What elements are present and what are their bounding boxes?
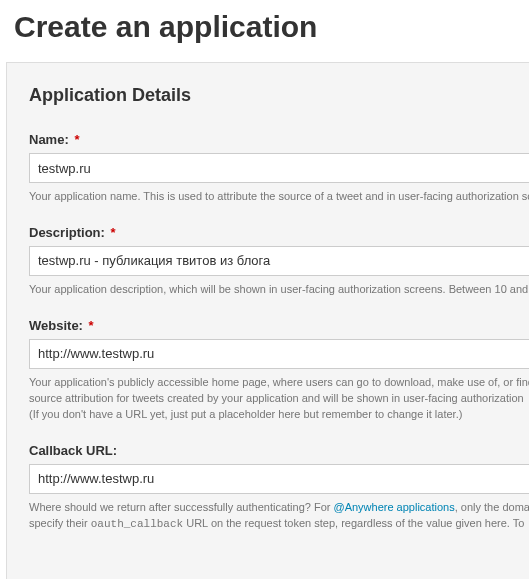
name-required-star: *: [74, 132, 79, 147]
field-callback: Callback URL: Where should we return aft…: [29, 443, 529, 533]
callback-help-post: , only the doma: [455, 501, 529, 513]
callback-help-l2-post: URL on the request token step, regardles…: [183, 517, 524, 529]
name-help: Your application name. This is used to a…: [29, 189, 529, 205]
website-help: Your application's publicly accessible h…: [29, 375, 529, 423]
name-label: Name: *: [29, 132, 529, 147]
callback-label-text: Callback URL:: [29, 443, 117, 458]
name-label-text: Name:: [29, 132, 69, 147]
website-label: Website: *: [29, 318, 529, 333]
website-help-l3: (If you don't have a URL yet, just put a…: [29, 407, 529, 423]
website-help-l2: source attribution for tweets created by…: [29, 391, 529, 407]
callback-input[interactable]: [29, 464, 529, 494]
field-description: Description: * Your application descript…: [29, 225, 529, 298]
oauth-callback-code: oauth_callback: [91, 518, 183, 530]
description-help: Your application description, which will…: [29, 282, 529, 298]
callback-help-l2: specify their oauth_callback URL on the …: [29, 516, 529, 533]
website-label-text: Website:: [29, 318, 83, 333]
description-label-text: Description:: [29, 225, 105, 240]
callback-label: Callback URL:: [29, 443, 529, 458]
callback-help-l1: Where should we return after successfull…: [29, 500, 529, 516]
callback-help-l2-pre: specify their: [29, 517, 91, 529]
website-help-l1: Your application's publicly accessible h…: [29, 375, 529, 391]
details-panel: Application Details Name: * Your applica…: [6, 62, 529, 579]
page-title: Create an application: [14, 10, 529, 44]
panel-heading: Application Details: [29, 85, 529, 106]
description-input[interactable]: [29, 246, 529, 276]
field-website: Website: * Your application's publicly a…: [29, 318, 529, 423]
description-label: Description: *: [29, 225, 529, 240]
website-input[interactable]: [29, 339, 529, 369]
description-required-star: *: [110, 225, 115, 240]
field-name: Name: * Your application name. This is u…: [29, 132, 529, 205]
name-input[interactable]: [29, 153, 529, 183]
anywhere-link[interactable]: @Anywhere applications: [333, 501, 454, 513]
callback-help-pre: Where should we return after successfull…: [29, 501, 333, 513]
callback-help: Where should we return after successfull…: [29, 500, 529, 533]
website-required-star: *: [89, 318, 94, 333]
